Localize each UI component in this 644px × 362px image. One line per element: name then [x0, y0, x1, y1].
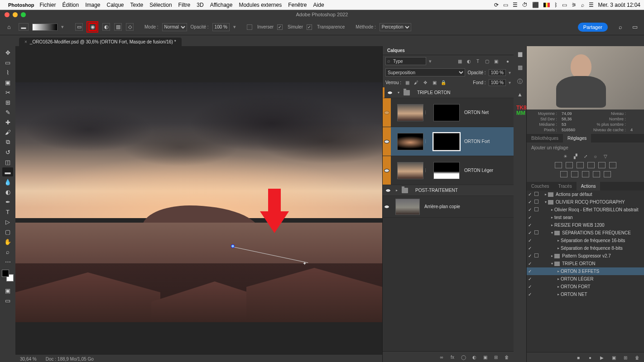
screenmode-toggle[interactable]: ▭ [2, 296, 13, 305]
action-enabled-check[interactable]: ✓ [527, 207, 533, 212]
menubar-app[interactable]: Photoshop [8, 2, 34, 8]
action-row[interactable]: ✓▸ORTON 3 EFFETS [527, 267, 644, 275]
action-row[interactable]: ✓▸ORTON NET [527, 291, 644, 298]
link-layers-icon[interactable]: ∞ [438, 354, 445, 361]
filter-adjust-icon[interactable]: ◐ [466, 58, 472, 64]
quickmask-toggle[interactable]: ▣ [2, 286, 13, 295]
action-row[interactable]: ✓▾OLIVIER ROCQ PHOTOGRAPHY [527, 198, 644, 206]
layer-thumbnail[interactable] [397, 133, 423, 150]
action-dialog-toggle[interactable] [533, 200, 539, 205]
hand-tool[interactable]: ✋ [2, 237, 13, 246]
layer-group[interactable]: ▾ TRIPLE ORTON [383, 87, 514, 98]
gradient-preview[interactable] [32, 24, 58, 31]
menu-fichier[interactable]: Fichier [39, 2, 56, 8]
move-tool[interactable]: ✥ [2, 48, 13, 57]
layer-row[interactable]: ⋮ ORTON Léger [383, 156, 514, 185]
tab-bibliotheques[interactable]: Bibliothèques [527, 134, 563, 143]
pen-tool[interactable]: ✒ [2, 197, 13, 206]
layer-row[interactable]: ⋮ ORTON Net [383, 98, 514, 127]
channelmixer-icon[interactable] [598, 162, 606, 168]
group-collapse-icon[interactable]: ▸ [396, 188, 398, 192]
lock-artboard-icon[interactable]: ▣ [431, 80, 437, 86]
gradient-reflected-button[interactable]: ▥ [114, 23, 122, 31]
menu-texte[interactable]: Texte [130, 2, 144, 8]
hue-icon[interactable] [555, 162, 562, 168]
posterize-icon[interactable] [571, 171, 578, 177]
marquee-tool[interactable]: ▭ [2, 58, 13, 67]
status-icon[interactable]: ⬛ [532, 2, 539, 8]
layer-opacity-value[interactable]: 100 % [489, 69, 506, 76]
menu-image[interactable]: Image [85, 2, 100, 8]
close-window-button[interactable] [5, 12, 10, 17]
share-button[interactable]: Partager [578, 23, 608, 32]
visibility-toggle[interactable] [385, 189, 391, 192]
action-row[interactable]: ✓▸RESIZE FOR WEB 1200 [527, 221, 644, 229]
zoom-window-button[interactable] [21, 12, 26, 17]
tab-reglages[interactable]: Réglages [563, 134, 591, 143]
layer-thumbnail[interactable] [395, 199, 420, 215]
layer-thumbnail[interactable] [397, 162, 423, 179]
action-enabled-check[interactable]: ✓ [527, 200, 533, 205]
menu-calque[interactable]: Calque [107, 2, 124, 8]
action-enabled-check[interactable]: ✓ [527, 253, 533, 258]
gradient-linear-button[interactable]: ▭ [75, 23, 83, 31]
tab-couches[interactable]: Couches [527, 182, 553, 191]
edit-toolbar[interactable]: ⋯ [2, 257, 13, 266]
menu-fenetre[interactable]: Fenêtre [288, 2, 307, 8]
new-adjustment-icon[interactable]: ◐ [471, 354, 477, 361]
clock[interactable]: Mer. 3 août 12:04 [598, 2, 640, 8]
visibility-toggle[interactable] [384, 111, 389, 114]
disclosure-icon[interactable]: ▸ [557, 292, 559, 296]
stamp-tool[interactable]: ⧉ [2, 138, 13, 147]
action-row[interactable]: ✓▸Actions par défaut [527, 191, 644, 198]
levels-icon[interactable]: ▞ [572, 153, 579, 159]
gradientmap-icon[interactable] [593, 171, 600, 177]
transparence-checkbox[interactable] [307, 24, 312, 30]
layer-row[interactable]: Arrière-plan copie [383, 196, 514, 218]
mask-thumbnail[interactable] [433, 162, 460, 179]
disclosure-icon[interactable]: ▸ [557, 246, 559, 250]
layer-blend-select[interactable]: Superposition [385, 68, 465, 76]
status-icon[interactable]: ⟳ [494, 2, 499, 8]
delete-action-icon[interactable]: 🗑 [634, 355, 640, 361]
info-icon[interactable]: ⓘ [516, 78, 524, 85]
menu-aide[interactable]: Aide [313, 2, 324, 8]
status-icon[interactable]: ▭ [503, 2, 508, 8]
document-tab[interactable]: × _ORO1626-Modifier.psd @ 30,6% (ORTON F… [19, 38, 182, 46]
lock-all-icon[interactable]: 🔒 [440, 80, 447, 86]
blend-mode-select[interactable]: Normal [162, 23, 187, 31]
action-enabled-check[interactable]: ✓ [527, 215, 533, 220]
action-enabled-check[interactable]: ✓ [527, 246, 533, 251]
workspace-switcher-icon[interactable]: ▭ [630, 23, 640, 32]
action-row[interactable]: ✓▸Séparation de fréquence 8-bits [527, 244, 644, 252]
gradient-angle-button[interactable]: ◐ [102, 23, 110, 31]
tab-traces[interactable]: Tracés [553, 182, 576, 191]
action-enabled-check[interactable]: ✓ [527, 284, 533, 289]
vibrance-icon[interactable]: ▽ [602, 153, 609, 159]
filter-toggle[interactable]: ● [505, 58, 511, 64]
color-picker-icon[interactable]: ▲ [516, 91, 524, 99]
photofilter-icon[interactable] [587, 162, 595, 168]
shape-tool[interactable]: ▢ [2, 227, 13, 236]
action-dialog-toggle[interactable] [533, 253, 539, 258]
brush-tool[interactable]: 🖌 [2, 128, 13, 137]
action-dialog-toggle[interactable] [533, 192, 539, 197]
mask-thumbnail[interactable] [433, 133, 460, 150]
eyedropper-tool[interactable]: ✎ [2, 108, 13, 117]
layer-fx-icon[interactable]: fx [449, 354, 456, 361]
new-group-icon[interactable]: ▣ [482, 354, 488, 361]
new-action-icon[interactable]: ⊞ [622, 355, 629, 361]
layers-tab[interactable]: Calques [383, 46, 514, 55]
tool-preset-picker[interactable]: ▬ [19, 23, 29, 31]
action-enabled-check[interactable]: ✓ [527, 292, 533, 297]
disclosure-icon[interactable]: ▾ [551, 231, 553, 235]
action-row[interactable]: ✓▸Olivier Rocq - Effet TOURBILLON abstra… [527, 206, 644, 214]
group-name[interactable]: TRIPLE ORTON [417, 90, 451, 95]
tab-actions[interactable]: Actions [577, 182, 601, 191]
record-icon[interactable]: ● [587, 355, 593, 361]
battery-icon[interactable]: ▭ [562, 2, 567, 8]
visibility-toggle[interactable] [384, 140, 389, 143]
search-icon[interactable]: ⌕ [581, 2, 584, 8]
colorlookup-icon[interactable] [609, 162, 616, 168]
menu-modules[interactable]: Modules externes [239, 2, 282, 8]
